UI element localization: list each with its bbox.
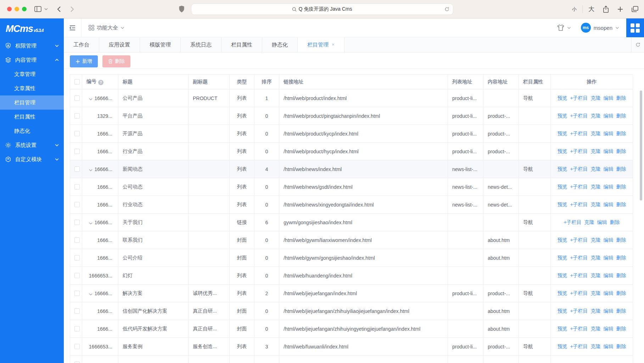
tabs-overview-icon[interactable]: [632, 6, 638, 12]
row-checkbox[interactable]: [74, 308, 80, 314]
row-action-link[interactable]: 编辑: [604, 184, 614, 189]
row-action-link[interactable]: 删除: [616, 326, 626, 331]
row-checkbox[interactable]: [74, 291, 80, 296]
row-checkbox[interactable]: [74, 95, 80, 101]
row-action-link[interactable]: 编辑: [604, 255, 614, 260]
row-action-link[interactable]: 克隆: [584, 219, 594, 225]
browser-sidebar-toggle-icon[interactable]: [34, 6, 41, 12]
user-menu[interactable]: ms msopen: [581, 23, 619, 33]
tab[interactable]: 工作台: [64, 37, 99, 52]
row-action-link[interactable]: 删除: [616, 113, 626, 119]
row-action-link[interactable]: +子栏目: [570, 343, 588, 349]
row-action-link[interactable]: 编辑: [604, 237, 614, 243]
row-action-link[interactable]: 预览: [557, 184, 567, 189]
row-action-link[interactable]: 预览: [557, 343, 567, 349]
row-action-link[interactable]: +子栏目: [570, 148, 588, 154]
privacy-shield-icon[interactable]: [179, 6, 184, 12]
sidebar-item[interactable]: 内容管理: [0, 53, 64, 67]
row-action-link[interactable]: +子栏目: [570, 202, 588, 207]
row-action-link[interactable]: 克隆: [591, 273, 601, 278]
row-action-link[interactable]: 克隆: [591, 148, 601, 154]
row-action-link[interactable]: +子栏目: [570, 95, 588, 101]
sidebar-collapse-button[interactable]: [64, 18, 82, 37]
row-action-link[interactable]: 编辑: [604, 202, 614, 207]
row-action-link[interactable]: +子栏目: [570, 237, 588, 243]
theme-switcher[interactable]: [557, 24, 571, 31]
row-checkbox[interactable]: [74, 255, 80, 260]
window-zoom-button[interactable]: [22, 7, 27, 11]
row-action-link[interactable]: +子栏目: [564, 219, 581, 225]
row-action-link[interactable]: 预览: [557, 113, 567, 119]
sidebar-item[interactable]: 权限管理: [0, 39, 64, 53]
row-action-link[interactable]: 预览: [557, 273, 567, 278]
sidebar-subitem[interactable]: 文章属性: [0, 81, 64, 95]
row-checkbox[interactable]: [74, 131, 80, 136]
row-action-link[interactable]: 编辑: [604, 113, 614, 119]
row-action-link[interactable]: 克隆: [591, 290, 601, 296]
scrollbar-thumb[interactable]: [640, 90, 642, 200]
row-action-link[interactable]: 克隆: [591, 113, 601, 119]
row-action-link[interactable]: 克隆: [591, 131, 601, 136]
window-minimize-button[interactable]: [15, 7, 19, 11]
tab-refresh-button[interactable]: [631, 37, 644, 52]
address-bar[interactable]: Q 免疫开源的 Java Cms: [191, 4, 453, 15]
row-checkbox[interactable]: [74, 220, 80, 225]
row-action-link[interactable]: 预览: [557, 326, 567, 331]
row-action-link[interactable]: 编辑: [597, 219, 607, 225]
tab[interactable]: 模版管理: [140, 37, 181, 52]
row-action-link[interactable]: 预览: [557, 308, 567, 314]
row-action-link[interactable]: 删除: [616, 255, 626, 260]
row-action-link[interactable]: 编辑: [604, 290, 614, 296]
expand-chevron-icon[interactable]: [89, 98, 93, 100]
text-smaller-button[interactable]: 小: [572, 6, 577, 12]
row-action-link[interactable]: 克隆: [591, 237, 601, 243]
row-action-link[interactable]: 预览: [557, 166, 567, 172]
window-close-button[interactable]: [7, 7, 12, 11]
row-action-link[interactable]: 编辑: [604, 131, 614, 136]
row-checkbox[interactable]: [74, 237, 80, 243]
tab[interactable]: 静态化: [262, 37, 298, 52]
row-action-link[interactable]: 克隆: [591, 95, 601, 101]
row-checkbox[interactable]: [74, 202, 80, 207]
text-larger-button[interactable]: 大: [588, 5, 594, 13]
row-action-link[interactable]: 删除: [616, 290, 626, 296]
row-action-link[interactable]: +子栏目: [570, 326, 588, 331]
sidebar-subitem[interactable]: 静态化: [0, 124, 64, 138]
row-action-link[interactable]: 克隆: [591, 308, 601, 314]
tab[interactable]: 应用设置: [99, 37, 140, 52]
row-action-link[interactable]: +子栏目: [570, 131, 588, 136]
row-action-link[interactable]: 克隆: [591, 255, 601, 260]
back-icon[interactable]: [57, 6, 61, 12]
row-action-link[interactable]: 删除: [616, 166, 626, 172]
row-action-link[interactable]: 预览: [557, 95, 567, 101]
new-tab-icon[interactable]: [617, 6, 623, 12]
row-action-link[interactable]: +子栏目: [570, 290, 588, 296]
expand-chevron-icon[interactable]: [89, 293, 93, 296]
row-checkbox[interactable]: [74, 362, 80, 363]
row-checkbox[interactable]: [74, 273, 80, 278]
chevron-down-icon[interactable]: [44, 8, 48, 10]
sidebar-subitem[interactable]: 栏目属性: [0, 110, 64, 124]
sidebar-subitem[interactable]: 文章管理: [0, 67, 64, 81]
row-action-link[interactable]: 编辑: [604, 343, 614, 349]
row-action-link[interactable]: +子栏目: [570, 308, 588, 314]
close-icon[interactable]: ×: [332, 37, 335, 52]
row-checkbox[interactable]: [74, 113, 80, 119]
tab[interactable]: 系统日志: [181, 37, 222, 52]
row-action-link[interactable]: 删除: [616, 308, 626, 314]
row-action-link[interactable]: 编辑: [604, 273, 614, 278]
tab[interactable]: 栏目管理×: [298, 37, 345, 52]
row-action-link[interactable]: 删除: [616, 95, 626, 101]
row-action-link[interactable]: 克隆: [591, 184, 601, 189]
app-menu-trigger[interactable]: 功能大全: [89, 24, 124, 31]
row-action-link[interactable]: +子栏目: [570, 255, 588, 260]
row-action-link[interactable]: 删除: [616, 148, 626, 154]
row-action-link[interactable]: +子栏目: [570, 184, 588, 189]
row-checkbox[interactable]: [74, 184, 80, 189]
row-action-link[interactable]: 删除: [610, 219, 620, 225]
delete-button[interactable]: 删除: [102, 55, 130, 67]
share-icon[interactable]: [603, 6, 609, 13]
help-icon[interactable]: ?: [98, 80, 103, 85]
forward-icon[interactable]: [70, 6, 74, 12]
row-action-link[interactable]: 删除: [616, 184, 626, 189]
